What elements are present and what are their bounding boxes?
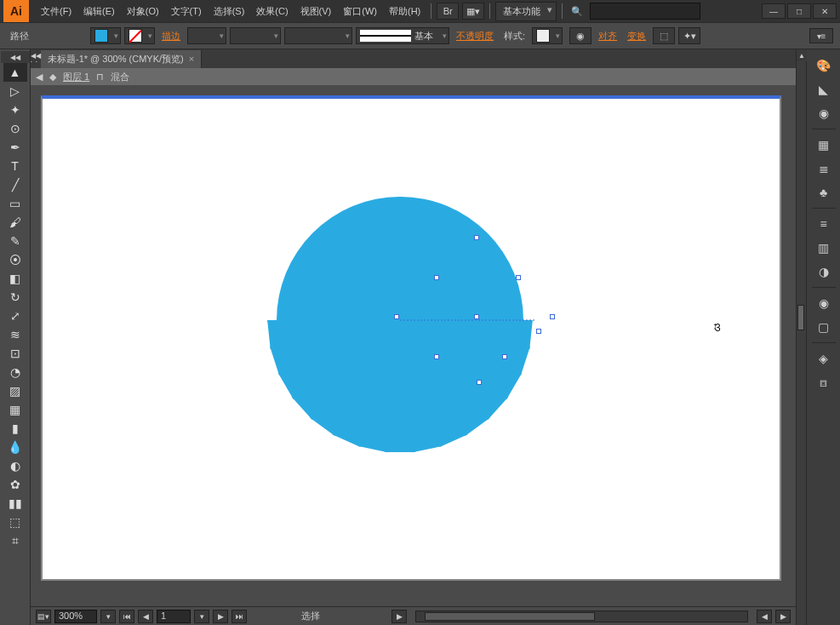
direct-selection-tool[interactable]: ▷ bbox=[3, 82, 27, 100]
menu-window[interactable]: 窗口(W) bbox=[338, 2, 382, 21]
artboard[interactable]: 3 bbox=[41, 95, 781, 581]
eyedropper-tool[interactable]: 💧 bbox=[3, 438, 27, 456]
vertical-scrollbar[interactable]: ▲ bbox=[796, 49, 806, 625]
lasso-tool[interactable]: ⊙ bbox=[3, 119, 27, 138]
menu-effect[interactable]: 效果(C) bbox=[251, 2, 293, 21]
opacity-link[interactable]: 不透明度 bbox=[453, 30, 497, 43]
symbol-sprayer-tool[interactable]: ✿ bbox=[3, 475, 27, 494]
blue-sun-shape[interactable] bbox=[264, 184, 536, 456]
menu-select[interactable]: 选择(S) bbox=[209, 2, 250, 21]
pencil-tool[interactable]: ✎ bbox=[3, 232, 27, 250]
var-width-select[interactable] bbox=[230, 27, 281, 44]
artboard-tool[interactable]: ⬚ bbox=[3, 513, 27, 531]
stroke-style-select[interactable]: 基本 bbox=[356, 27, 449, 44]
brush-select[interactable] bbox=[284, 27, 352, 44]
stroke-weight-select[interactable] bbox=[187, 27, 226, 44]
slice-tool[interactable]: ⌗ bbox=[3, 531, 27, 550]
artboards-panel-button[interactable]: ⧈ bbox=[812, 371, 836, 393]
selection-handle[interactable] bbox=[516, 275, 521, 280]
maximize-button[interactable]: □ bbox=[787, 3, 811, 19]
menu-edit[interactable]: 编辑(E) bbox=[78, 2, 120, 21]
transform-link[interactable]: 变换 bbox=[624, 30, 649, 43]
magic-wand-tool[interactable]: ✦ bbox=[3, 100, 27, 119]
swatches-panel-button[interactable]: ▦ bbox=[812, 134, 836, 156]
type-tool[interactable]: T bbox=[3, 157, 27, 175]
menu-object[interactable]: 对象(O) bbox=[122, 2, 164, 21]
perspective-tool[interactable]: ▨ bbox=[3, 381, 27, 400]
search-input[interactable] bbox=[590, 3, 700, 20]
selection-handle[interactable] bbox=[502, 354, 507, 359]
selection-handle[interactable] bbox=[474, 235, 479, 240]
paintbrush-tool[interactable]: 🖌 bbox=[3, 213, 27, 232]
isolate-button[interactable]: ⬚ bbox=[653, 27, 675, 44]
selection-handle[interactable] bbox=[536, 329, 541, 334]
scroll-right-button[interactable]: ▶ bbox=[775, 610, 791, 623]
edit-clip-button[interactable]: ✦▾ bbox=[678, 27, 700, 44]
selection-handle[interactable] bbox=[434, 275, 439, 280]
first-artboard-button[interactable]: ⏮ bbox=[119, 610, 134, 623]
fill-color-picker[interactable] bbox=[90, 27, 121, 44]
vscroll-up[interactable]: ▲ bbox=[797, 49, 807, 61]
menu-file[interactable]: 文件(F) bbox=[36, 2, 77, 21]
doc-collapse-right[interactable]: ◀◀ bbox=[31, 49, 41, 61]
layer-name[interactable]: 图层 1 bbox=[63, 71, 89, 83]
arrange-docs-button[interactable]: ▦▾ bbox=[462, 3, 484, 20]
last-artboard-button[interactable]: ⏭ bbox=[231, 610, 247, 623]
tools-collapse[interactable]: ◀◀ bbox=[1, 51, 30, 63]
graph-tool[interactable]: ▮▮ bbox=[3, 494, 27, 513]
scroll-left-button[interactable]: ◀ bbox=[757, 610, 772, 623]
eraser-tool[interactable]: ◧ bbox=[3, 269, 27, 288]
scale-tool[interactable]: ⤢ bbox=[3, 307, 27, 325]
menu-type[interactable]: 文字(T) bbox=[166, 2, 207, 21]
graphic-styles-panel-button[interactable]: ▢ bbox=[812, 316, 836, 338]
close-tab-icon[interactable]: × bbox=[189, 54, 194, 64]
bridge-button[interactable]: Br bbox=[437, 3, 459, 20]
artboard-number-input[interactable]: 1 bbox=[157, 610, 191, 623]
line-tool[interactable]: ╱ bbox=[3, 175, 27, 194]
close-button[interactable]: ✕ bbox=[813, 3, 837, 19]
vscroll-thumb[interactable] bbox=[797, 305, 804, 330]
align-link[interactable]: 对齐 bbox=[595, 30, 620, 43]
status-menu-button[interactable]: ▤▾ bbox=[36, 610, 51, 623]
transparency-panel-button[interactable]: ◑ bbox=[812, 261, 836, 283]
recolor-button[interactable]: ◉ bbox=[569, 27, 591, 44]
stroke-panel-button[interactable]: ≡ bbox=[812, 213, 836, 235]
symbols-panel-button[interactable]: ♣ bbox=[812, 181, 836, 204]
selection-handle[interactable] bbox=[474, 314, 479, 319]
gradient-panel-button[interactable]: ▥ bbox=[812, 237, 836, 259]
selection-tool[interactable]: ▲ bbox=[3, 63, 27, 82]
graphic-style-select[interactable] bbox=[532, 27, 563, 44]
document-tab[interactable]: 未标题-1* @ 300% (CMYK/预览) × bbox=[41, 50, 202, 68]
horizontal-scrollbar[interactable] bbox=[415, 611, 748, 622]
rectangle-tool[interactable]: ▭ bbox=[3, 194, 27, 213]
selection-handle[interactable] bbox=[434, 354, 439, 359]
menu-help[interactable]: 帮助(H) bbox=[384, 2, 426, 21]
width-tool[interactable]: ≋ bbox=[3, 325, 27, 344]
appearance-panel-button[interactable]: ◉ bbox=[812, 292, 836, 314]
selection-handle[interactable] bbox=[477, 380, 482, 385]
mesh-tool[interactable]: ▦ bbox=[3, 400, 27, 419]
artboard-dropdown[interactable]: ▾ bbox=[194, 610, 209, 623]
color-panel-button[interactable]: 🎨 bbox=[812, 54, 836, 77]
zoom-input[interactable]: 300% bbox=[54, 610, 97, 623]
stroke-link[interactable]: 描边 bbox=[158, 30, 184, 43]
brushes-panel-button[interactable]: ≣ bbox=[812, 158, 836, 180]
kuler-panel-button[interactable]: ◉ bbox=[812, 102, 836, 124]
free-transform-tool[interactable]: ⊡ bbox=[3, 344, 27, 363]
hscroll-thumb[interactable] bbox=[425, 612, 595, 621]
rotate-tool[interactable]: ↻ bbox=[3, 288, 27, 307]
shape-builder-tool[interactable]: ◔ bbox=[3, 363, 27, 381]
selection-handle[interactable] bbox=[394, 314, 399, 319]
color-guide-panel-button[interactable]: ◣ bbox=[812, 78, 836, 100]
workspace-switcher[interactable]: 基本功能 bbox=[495, 2, 557, 21]
back-icon[interactable]: ◀ bbox=[36, 72, 43, 83]
menu-view[interactable]: 视图(V) bbox=[295, 2, 337, 21]
pen-tool[interactable]: ✒ bbox=[3, 138, 27, 157]
gradient-tool[interactable]: ▮ bbox=[3, 419, 27, 438]
next-artboard-button[interactable]: ▶ bbox=[213, 610, 228, 623]
minimize-button[interactable]: — bbox=[762, 3, 786, 19]
selection-handle[interactable] bbox=[550, 314, 555, 319]
blend-tool[interactable]: ◐ bbox=[3, 456, 27, 475]
control-menu-button[interactable]: ▾≡ bbox=[809, 28, 833, 43]
blob-brush-tool[interactable]: ⦿ bbox=[3, 250, 27, 269]
